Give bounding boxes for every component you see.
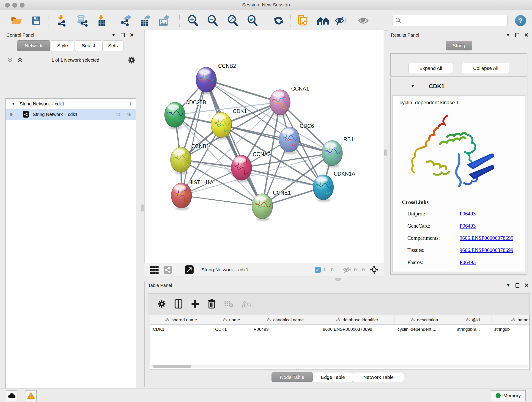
table-cell[interactable]: stringdb: [491, 327, 530, 332]
column-header-canonical-name[interactable]: canonical name: [251, 315, 320, 324]
crosslink-link[interactable]: 9606.ENSP00000378699: [460, 235, 513, 241]
selected-nodes-checkbox-icon[interactable]: ✓: [315, 267, 321, 273]
export-network-file-button[interactable]: [120, 14, 133, 27]
network-node-CCNB2[interactable]: CCNB2: [196, 63, 236, 95]
tab-select[interactable]: Select: [75, 40, 102, 51]
column-header-database-identifier[interactable]: database identifier: [320, 315, 395, 324]
collapse-protein-icon[interactable]: ▼: [411, 84, 415, 89]
float-panel-icon[interactable]: [515, 33, 519, 37]
right-splitter-handle[interactable]: [385, 149, 387, 156]
network-edge-CCNE1-HIST1H1A[interactable]: [181, 196, 262, 206]
column-header-shared-name[interactable]: shared name: [150, 315, 212, 324]
crosslink-link[interactable]: P06493: [460, 211, 476, 217]
zoom-fit-button[interactable]: [226, 14, 239, 27]
network-node-CCNE1[interactable]: CCNE1: [252, 190, 291, 221]
open-in-new-window-icon[interactable]: [185, 265, 194, 274]
open-session-button[interactable]: [10, 14, 23, 27]
help-button[interactable]: ?: [515, 15, 526, 26]
network-view-toolbar: String Network – cdk1 ✓ 1 – 0 0 – 0: [144, 263, 384, 276]
network-node-CDC25B[interactable]: CDC25B: [165, 99, 206, 129]
zoom-out-button[interactable]: [206, 14, 219, 27]
show-columns-icon[interactable]: [175, 299, 182, 308]
add-column-icon[interactable]: [191, 300, 199, 308]
import-table-file-button[interactable]: [95, 14, 108, 27]
node-label-CCNB1: CCNB1: [191, 143, 209, 149]
table-cell[interactable]: CDK1: [212, 327, 251, 332]
cloud-status-button[interactable]: [6, 390, 17, 401]
string-network-graph[interactable]: CCNB2CCNA1CDC25BCDK1CDC6RB1CCNB1CCNA2CDK…: [145, 30, 384, 263]
network-node-RB1[interactable]: RB1: [322, 136, 354, 168]
show-neighbors-button[interactable]: [317, 14, 329, 27]
warnings-button[interactable]: [25, 390, 37, 401]
export-table-icon: [139, 15, 151, 27]
close-panel-icon[interactable]: ✕: [525, 283, 529, 288]
table-cell[interactable]: P06493: [251, 327, 320, 332]
network-canvas[interactable]: CCNB2CCNA1CDC25BCDK1CDC6RB1CCNB1CCNA2CDK…: [144, 30, 384, 263]
column-header-namespace[interactable]: namespace: [491, 315, 530, 324]
refresh-view-button[interactable]: [272, 14, 285, 27]
crosslink-link[interactable]: 9606.ENSP00000378699: [460, 247, 513, 253]
export-image-file-button[interactable]: [158, 14, 171, 27]
birds-eye-navigator-icon[interactable]: [369, 265, 379, 274]
table-options-gear-icon[interactable]: [158, 300, 166, 308]
crosslink-link[interactable]: P06493: [460, 259, 476, 265]
tab-node-table[interactable]: Node Table: [272, 372, 313, 382]
export-table-file-button[interactable]: [139, 14, 152, 27]
show-hidden-button[interactable]: [357, 14, 370, 27]
collapse-all-networks-icon[interactable]: [7, 57, 13, 63]
left-splitter-handle[interactable]: [141, 204, 144, 211]
tab-style[interactable]: Style: [51, 40, 75, 51]
network-edge-CDK1-RB1[interactable]: [221, 125, 332, 153]
collapse-panel-icon[interactable]: ▼: [506, 32, 510, 38]
expand-all-networks-icon[interactable]: [17, 57, 23, 63]
table-cell[interactable]: cyclin–dependent ...: [395, 327, 454, 332]
grid-view-icon[interactable]: [150, 266, 158, 274]
tab-network[interactable]: Network: [17, 40, 51, 51]
scrollbar-thumb[interactable]: [153, 365, 191, 368]
clone-network-button[interactable]: [297, 14, 309, 27]
hide-selected-button[interactable]: [334, 14, 347, 27]
tab-network-table[interactable]: Network Table: [353, 372, 404, 382]
float-panel-icon[interactable]: [515, 283, 519, 288]
table-cell[interactable]: stringdb:9...: [454, 327, 491, 332]
crosslink-link[interactable]: P06493: [460, 223, 476, 229]
network-options-gear-icon[interactable]: [128, 56, 136, 64]
float-panel-icon[interactable]: [121, 33, 125, 37]
memory-button[interactable]: Memory: [491, 390, 526, 401]
collapse-panel-icon[interactable]: ▼: [506, 283, 510, 288]
collapse-all-button[interactable]: Collapse All: [462, 63, 510, 74]
network-node-CDKN1A[interactable]: CDKN1A: [313, 171, 355, 202]
network-row-selected[interactable]: String Network – cdk1 11 48: [6, 109, 136, 120]
save-session-button[interactable]: [30, 14, 43, 27]
network-node-HIST1H1A[interactable]: HIST1H1A: [171, 179, 214, 210]
share-view-icon[interactable]: [164, 266, 172, 274]
zoom-fit-icon: [227, 15, 238, 26]
network-node-CCNB1[interactable]: CCNB1: [171, 143, 209, 174]
import-network-file-button[interactable]: [56, 14, 68, 27]
tab-edge-table[interactable]: Edge Table: [313, 372, 353, 382]
expand-all-button[interactable]: Expand All: [409, 63, 453, 74]
close-panel-icon[interactable]: ✕: [524, 32, 529, 38]
table-cell[interactable]: 9606.ENSP00000378699: [320, 327, 395, 332]
tab-string[interactable]: String: [446, 41, 472, 51]
network-collection-row[interactable]: ▼ String Network – cdk1 1: [6, 99, 136, 109]
table-cell[interactable]: CDK1: [150, 327, 212, 332]
tab-sets[interactable]: Sets: [102, 40, 123, 51]
import-network-database-button[interactable]: [76, 14, 89, 27]
horizontal-scrollbar[interactable]: [151, 365, 529, 368]
column-header-description[interactable]: description: [395, 315, 454, 324]
zoom-selected-button[interactable]: [246, 14, 259, 27]
network-edge-CCNB2-HIST1H1A[interactable]: [181, 80, 206, 196]
table-row[interactable]: CDK1CDK1P064939606.ENSP00000378699cyclin…: [150, 325, 530, 334]
search-input[interactable]: [401, 18, 500, 23]
close-panel-icon[interactable]: ✕: [130, 32, 134, 38]
zoom-in-button[interactable]: [186, 14, 199, 27]
column-header-name[interactable]: name: [212, 315, 251, 324]
tree-expand-icon[interactable]: ▼: [12, 102, 15, 106]
delete-column-icon[interactable]: [208, 299, 215, 308]
network-edge-CCNB2-CCNA1[interactable]: [206, 80, 280, 102]
column-header--id[interactable]: @id: [454, 315, 491, 324]
collapse-panel-icon[interactable]: ▼: [111, 32, 116, 38]
network-edge-CCNB2-CCNE1[interactable]: [206, 80, 262, 206]
horizontal-splitter-handle[interactable]: [335, 278, 341, 281]
